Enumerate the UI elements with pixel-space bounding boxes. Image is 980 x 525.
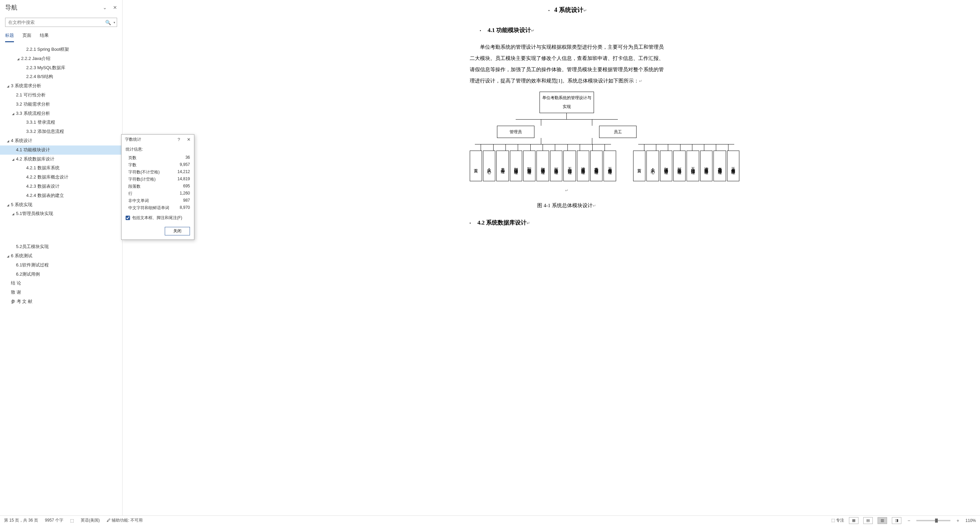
tree-item[interactable]: ◢5.1管理员模块实现 [0,209,122,219]
caret-icon[interactable]: ◢ [7,254,11,259]
caret-icon[interactable]: ◢ [12,157,16,162]
zoom-out-button[interactable]: − [906,518,912,523]
search-icon[interactable]: 🔍 [105,20,111,25]
stat-label: 字数 [128,162,137,168]
tree-item[interactable]: 2.2.1 Spring Boot框架 [0,45,122,54]
stat-label: 非中文单词 [128,198,149,204]
org-leaf: 请假信息管理 [577,151,589,181]
caret-icon[interactable]: ◢ [12,112,16,116]
search-input[interactable] [5,18,117,27]
tree-item[interactable]: 6.2测试用例 [0,270,122,279]
tree-item[interactable]: 6.1软件测试过程 [0,261,122,270]
web-layout-icon[interactable]: ▥ [878,517,887,524]
close-icon[interactable]: ✕ [113,5,117,10]
org-leaf: 员工管理 [496,151,509,181]
tree-item[interactable]: 2.2.4 B/S结构 [0,72,122,81]
caret-icon[interactable]: ◢ [7,84,11,89]
include-textbox-checkbox[interactable]: 包括文本框、脚注和尾注(F) [126,215,190,221]
org-leaf: 首页 [633,151,645,181]
tree-item-label: 2.1 可行性分析 [16,93,46,97]
org-leaf: 工资信息管理 [727,151,739,181]
org-leaf: 加班申请管理 [660,151,672,181]
tree-item-label: 6.2测试用例 [16,271,40,277]
read-mode-icon[interactable]: ▦ [849,517,859,524]
tree-item[interactable]: 致 谢 [0,288,122,297]
tree-item-label: 3.3 系统流程分析 [16,111,50,116]
nav-tree[interactable]: 2.2.1 Spring Boot框架◢2.2.2 Java介绍2.2.3 My… [0,42,122,515]
caret-icon[interactable]: ◢ [7,203,11,207]
tab-headings[interactable]: 标题 [5,32,14,42]
stat-label: 字符数(不计空格) [128,169,160,175]
org-leaf: 部门信息管理 [510,151,522,181]
outline-icon[interactable]: ◨ [892,517,901,524]
tree-item-label: 3.3.2 添加信息流程 [26,129,64,134]
search-dropdown-icon[interactable]: ▼ [113,21,116,24]
bullet-icon: ▪ [546,7,552,14]
status-accessibility[interactable]: 🖉 辅助功能: 不可用 [107,517,143,523]
tab-pages[interactable]: 页面 [22,32,31,42]
bullet-icon: ▪ [480,27,485,34]
tree-item[interactable]: 5.2员工模块实现 [0,242,122,251]
tree-item[interactable]: ◢6 系统测试 [0,251,122,261]
tree-item[interactable]: ◢5 系统实现 [0,200,122,209]
tree-item[interactable]: ◢3 系统需求分析 [0,81,122,91]
stat-row: 行1,260 [126,190,190,197]
tree-item-label: 4.2 系统数据库设计 [16,156,54,161]
close-button[interactable]: 关闭 [165,227,190,235]
close-icon[interactable]: ✕ [187,137,191,142]
chevron-down-icon[interactable]: ⌄ [103,5,107,10]
stat-value: 8,970 [180,205,190,211]
zoom-level[interactable]: 110% [966,518,976,523]
tree-item[interactable]: 4.2.3 数据表设计 [0,182,122,191]
tree-item[interactable]: 3.3.2 添加信息流程 [0,127,122,136]
tree-item-label: 参 考 文 献 [11,299,32,304]
tree-item-label: 5.2员工模块实现 [16,244,49,249]
document-area[interactable]: ▪4 系统设计↵ ▪4.1 功能模块设计↵ 单位考勤系统的管理设计与实现根据权限… [123,0,980,515]
org-leaf: 打卡信息管理 [673,151,686,181]
tree-item-label: 4 系统设计 [11,138,32,143]
stat-label: 段落数 [128,184,141,190]
org-admin-box: 管理员 [497,126,535,138]
zoom-slider[interactable] [916,520,950,521]
stat-row: 页数36 [126,154,190,161]
tree-item-label: 3.2 功能需求分析 [16,102,50,107]
status-words[interactable]: 9957 个字 [45,517,63,523]
tree-item-label: 4.2.4 数据表的建立 [26,193,64,198]
tree-item[interactable]: ◢4 系统设计 [0,136,122,145]
tree-item[interactable]: 结 论 [0,279,122,288]
tree-item[interactable]: 4.2.2 数据库概念设计 [0,173,122,182]
stat-value: 36 [186,155,190,161]
stat-row: 字数9,957 [126,161,190,169]
tree-item-label: 6 系统测试 [11,253,32,258]
dialog-header[interactable]: 字数统计 ? ✕ [121,134,194,144]
org-staff-box: 员工 [599,126,636,138]
tree-item[interactable]: ◢2.2.2 Java介绍 [0,54,122,63]
tree-item[interactable]: 3.2 功能需求分析 [0,100,122,109]
org-root-box: 单位考勤系统的管理设计与实现 [539,92,594,113]
tree-item[interactable]: ◢4.2 系统数据库设计 [0,155,122,164]
stat-row: 字符数(不计空格)14,212 [126,169,190,176]
navigation-pane: 导航 ⌄ ✕ 🔍 ▼ 标题 页面 结果 2.2.1 Spring Boot框架◢… [0,0,123,515]
stat-row: 字符数(计空格)14,819 [126,176,190,183]
focus-mode-button[interactable]: ⬚ 专注 [831,517,844,523]
caret-icon[interactable]: ◢ [17,57,21,61]
org-admin-leaves: 首页个人中心员工管理部门信息管理职位信息管理加班申请管理打卡信息管理工作汇报管理… [470,151,616,181]
tree-item[interactable]: 2.1 可行性分析 [0,91,122,100]
tree-item[interactable]: 4.1 功能模块设计 [0,145,122,155]
caret-icon[interactable]: ◢ [12,212,16,216]
tab-results[interactable]: 结果 [40,32,49,42]
help-icon[interactable]: ? [178,137,180,142]
tree-item[interactable]: 3.3.1 登录流程 [0,118,122,127]
tree-item[interactable]: ◢3.3 系统流程分析 [0,109,122,118]
tree-item[interactable]: 2.2.3 MySQL数据库 [0,63,122,73]
tree-item[interactable]: 参 考 文 献 [0,297,122,306]
status-page[interactable]: 第 15 页，共 36 页 [4,517,38,523]
zoom-in-button[interactable]: + [955,518,961,523]
caret-icon[interactable]: ◢ [7,139,11,144]
status-spelling-icon[interactable]: ⬚ [70,518,74,523]
tree-item[interactable]: 4.2.1 数据库系统 [0,164,122,173]
status-language[interactable]: 英语(美国) [81,517,100,523]
checkbox-input[interactable] [126,215,130,220]
print-layout-icon[interactable]: ▤ [863,517,873,524]
tree-item[interactable]: 4.2.4 数据表的建立 [0,191,122,200]
